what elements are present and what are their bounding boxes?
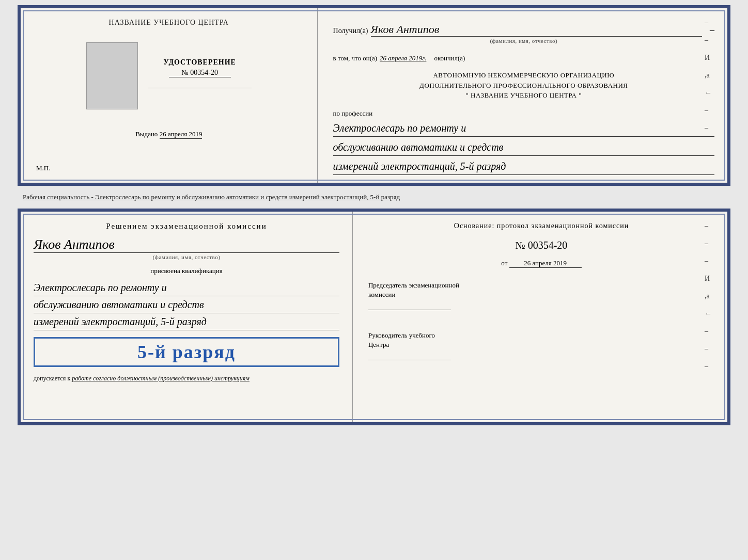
poluchil-name: Яков Антипов [371, 23, 702, 37]
prisvoena-line: присвоена квалификация [34, 267, 339, 275]
profession-line2: обслуживанию автоматики и средств [333, 139, 714, 156]
dopuskaetsya-label: допускается к [34, 375, 70, 382]
top-certificate: НАЗВАНИЕ УЧЕБНОГО ЦЕНТРА УДОСТОВЕРЕНИЕ №… [18, 5, 730, 186]
qual-line3: измерений электростанций, 5-й разряд [34, 313, 339, 330]
bottom-cert-left: Решением экзаменационной комиссии Яков А… [21, 212, 353, 422]
udost-block: УДОСТОВЕРЕНИЕ № 00354-20 [148, 53, 252, 99]
org-block: АВТОНОМНУЮ НЕКОММЕРЧЕСКУЮ ОРГАНИЗАЦИЮ ДО… [333, 70, 714, 101]
profession-block: по профессии Электрослесарь по ремонту и… [333, 108, 714, 175]
profession-label: по профессии [333, 109, 373, 117]
mp-label: М.П. [36, 164, 50, 172]
razryad-badge: 5-й разряд [34, 337, 339, 367]
person-name-block: Яков Антипов (фамилия, имя, отчество) [34, 235, 339, 260]
bottom-cert-right: Основание: протокол экзаменационной коми… [353, 212, 727, 422]
person-name-large: Яков Антипов [34, 237, 339, 253]
fio-hint-top: (фамилия, имя, отчество) [333, 38, 714, 44]
rukovoditel-block: Руководитель учебного Центра [368, 331, 714, 368]
vydano-label: Выдано [135, 130, 158, 138]
vtom-line: в том, что он(а) 26 апреля 2019г. окончи… [333, 54, 714, 62]
dopuskaetsya-block: допускается к работе согласно должностны… [34, 374, 339, 383]
photo-placeholder [86, 42, 138, 109]
ot-date: 26 апреля 2019 [509, 259, 582, 268]
vtom-label: в том, что он(а) [333, 54, 378, 62]
top-cert-center-title: НАЗВАНИЕ УЧЕБНОГО ЦЕНТРА [109, 19, 229, 27]
document-container: НАЗВАНИЕ УЧЕБНОГО ЦЕНТРА УДОСТОВЕРЕНИЕ №… [18, 5, 730, 425]
vtom-date: 26 апреля 2019г. [380, 54, 426, 62]
vertical-label-a: ,а [705, 71, 712, 79]
predsedatel-label: Председатель экзаменационной комиссии [368, 281, 714, 299]
top-cert-left: НАЗВАНИЕ УЧЕБНОГО ЦЕНТРА УДОСТОВЕРЕНИЕ №… [21, 8, 318, 183]
udost-title: УДОСТОВЕРЕНИЕ [148, 58, 252, 67]
vertical-label-arrow2: ← [705, 310, 712, 318]
vertical-label-i: И [705, 54, 712, 62]
profession-line3: измерений электростанций, 5-й разряд [333, 158, 714, 175]
org-line2: ДОПОЛНИТЕЛЬНОГО ПРОФЕССИОНАЛЬНОГО ОБРАЗО… [333, 81, 714, 91]
qual-line1: Электрослесарь по ремонту и [34, 279, 339, 296]
poluchil-label: Получил(а) [333, 27, 368, 35]
fio-hint-bottom: (фамилия, имя, отчество) [34, 254, 339, 260]
vertical-label-arrow: ← [705, 89, 712, 97]
protocol-num: № 00354-20 [368, 239, 714, 251]
bottom-certificate: Решением экзаменационной комиссии Яков А… [18, 209, 730, 425]
vertical-dashes-bottom: – – – И ,а ← – – – [705, 222, 712, 371]
dopuskaetsya-text: работе согласно должностным (производств… [72, 375, 250, 382]
osnovanie-title: Основание: протокол экзаменационной коми… [368, 222, 714, 230]
vydano-date: 26 апреля 2019 [160, 130, 202, 139]
predsedatel-signature-line [368, 310, 451, 310]
separator-text: Рабочая специальность - Электрослесарь п… [18, 190, 730, 204]
ot-label: от [501, 259, 507, 267]
qual-line2: обслуживанию автоматики и средств [34, 296, 339, 313]
org-line1: АВТОНОМНУЮ НЕКОММЕРЧЕСКУЮ ОРГАНИЗАЦИЮ [333, 70, 714, 81]
qualification-block: Электрослесарь по ремонту и обслуживанию… [34, 279, 339, 330]
poluchil-line: Получил(а) Яков Антипов – [333, 23, 714, 37]
okonchil-label: окончил(а) [434, 54, 465, 62]
rukovoditel-label: Руководитель учебного Центра [368, 331, 714, 349]
udost-num: № 00354-20 [169, 69, 231, 77]
vertical-label-a2: ,а [705, 292, 712, 300]
org-line3: " НАЗВАНИЕ УЧЕБНОГО ЦЕНТРА " [333, 90, 714, 101]
profession-line1: Электрослесарь по ремонту и [333, 120, 714, 137]
ot-date-block: от 26 апреля 2019 [368, 259, 714, 268]
vertical-label-i2: И [705, 275, 712, 283]
vertical-dashes-top: – – И ,а ← – – [705, 19, 712, 132]
predsedatel-block: Председатель экзаменационной комиссии [368, 281, 714, 318]
rukovoditel-signature-line [368, 360, 451, 360]
resheniem-title: Решением экзаменационной комиссии [34, 222, 339, 231]
vydano-block: Выдано 26 апреля 2019 [135, 130, 202, 139]
separator-content: Рабочая специальность - Электрослесарь п… [23, 193, 400, 201]
top-cert-right: Получил(а) Яков Антипов – (фамилия, имя,… [318, 8, 727, 183]
